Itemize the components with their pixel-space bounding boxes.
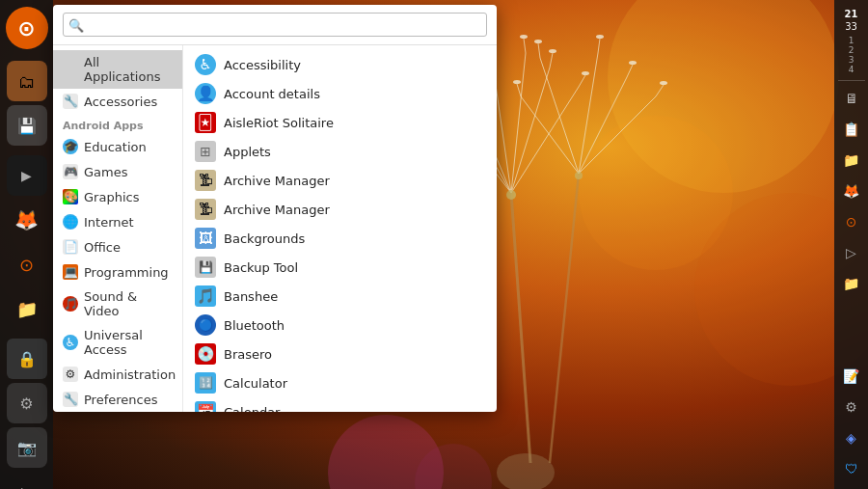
folder-taskbar-icon[interactable]: 📁: [7, 288, 47, 329]
day-2: 2: [849, 45, 854, 55]
categories-panel: All Applications 🔧 Accessories Android A…: [53, 45, 183, 412]
r-ubuntu-icon[interactable]: ⊙: [838, 208, 865, 235]
backup-app-icon: 💾: [195, 257, 216, 278]
app-archive-manager[interactable]: 🗜 Archive Manager: [183, 166, 497, 195]
r-monitor-icon[interactable]: 🖥: [838, 85, 865, 112]
clock-hour: 21: [845, 8, 858, 20]
access-icon: ♿: [63, 335, 78, 350]
programming-icon: 💻: [63, 264, 78, 280]
aisle-app-icon: 🃏: [195, 112, 216, 133]
svg-point-32: [549, 49, 556, 53]
category-programming[interactable]: 💻 Programming: [53, 259, 182, 285]
app-backgrounds[interactable]: 🖼 Backgrounds: [183, 224, 497, 253]
search-icon: 🔍: [68, 17, 84, 32]
category-graphics[interactable]: 🎨 Graphics: [53, 184, 182, 209]
app-brasero[interactable]: 💿 Brasero: [183, 340, 497, 368]
app-archive-manager2[interactable]: 🗜 Archive Manager: [183, 195, 497, 224]
internet-icon: 🌐: [63, 214, 78, 230]
svg-point-39: [660, 81, 667, 85]
svg-point-36: [534, 40, 542, 43]
app-account[interactable]: 👤 Account details: [183, 79, 497, 108]
firefox-taskbar-icon[interactable]: 🦊: [7, 200, 47, 240]
lock-taskbar-icon[interactable]: 🔒: [7, 339, 47, 379]
app-menu: 🔍 All Applications 🔧 Accessories Android…: [53, 5, 497, 412]
svg-line-27: [521, 96, 579, 174]
accessibility-app-icon: ♿: [195, 54, 216, 75]
bfb-icon[interactable]: ⊙: [6, 7, 48, 49]
storage-taskbar-icon[interactable]: 💾: [7, 105, 47, 146]
svg-point-37: [596, 35, 604, 39]
play-taskbar-icon[interactable]: ▶: [7, 472, 47, 489]
svg-line-3: [511, 193, 530, 463]
education-icon: 🎓: [63, 139, 78, 154]
search-bar: 🔍: [53, 5, 497, 45]
app-banshee[interactable]: 🎵 Banshee: [183, 282, 497, 311]
r-folder2-icon[interactable]: 📁: [838, 270, 865, 297]
category-all[interactable]: All Applications: [53, 50, 182, 89]
apps-panel: ♿ Accessibility 👤 Account details 🃏 Aisl…: [183, 45, 497, 412]
day-3: 3: [849, 55, 854, 65]
category-prefs[interactable]: 🔧 Preferences: [53, 387, 182, 412]
archive-app-icon: 🗜: [195, 170, 216, 191]
app-accessibility[interactable]: ♿ Accessibility: [183, 50, 497, 79]
day-1: 1: [849, 36, 854, 45]
banshee-app-icon: 🎵: [195, 285, 216, 307]
category-sound[interactable]: 🎵 Sound & Video: [53, 285, 182, 323]
app-applets[interactable]: ⊞ Applets: [183, 137, 497, 166]
svg-line-11: [511, 68, 550, 193]
svg-line-20: [538, 43, 540, 58]
category-games[interactable]: 🎮 Games: [53, 159, 182, 184]
settings-taskbar-icon[interactable]: ⚙: [7, 383, 47, 423]
svg-line-28: [517, 84, 521, 96]
app-calculator[interactable]: 🔢 Calculator: [183, 368, 497, 397]
category-office[interactable]: 📄 Office: [53, 234, 182, 259]
r-shield-icon[interactable]: 🛡: [838, 455, 865, 482]
calculator-app-icon: 🔢: [195, 372, 216, 394]
search-input[interactable]: [63, 13, 487, 37]
ubuntu-software-icon[interactable]: ⊙: [7, 244, 47, 285]
svg-point-38: [629, 61, 637, 65]
terminal-taskbar-icon[interactable]: ▶: [7, 155, 47, 196]
category-access[interactable]: ♿ Universal Access: [53, 323, 182, 362]
category-internet[interactable]: 🌐 Internet: [53, 209, 182, 234]
r-arrow-icon[interactable]: ▷: [838, 239, 865, 266]
account-app-icon: 👤: [195, 83, 216, 104]
app-calendar[interactable]: 📅 Calendar: [183, 397, 497, 412]
left-taskbar: ⊙ 🗂 💾 ▶ 🦊 ⊙ 📁 🔒 ⚙ 📷 ▶ 👤 📶: [0, 0, 53, 489]
clock-minute: 33: [845, 20, 858, 33]
r-bluetooth-icon[interactable]: ◈: [838, 424, 865, 451]
app-backup[interactable]: 💾 Backup Tool: [183, 253, 497, 282]
svg-point-45: [497, 453, 555, 489]
svg-line-9: [511, 53, 526, 193]
files-taskbar-icon[interactable]: 🗂: [7, 61, 47, 101]
accessories-icon: 🔧: [63, 94, 78, 109]
day-4: 4: [849, 65, 854, 74]
r-note-icon[interactable]: 📝: [838, 363, 865, 390]
graphics-icon: 🎨: [63, 189, 78, 204]
menu-body: All Applications 🔧 Accessories Android A…: [53, 45, 497, 412]
svg-point-42: [575, 172, 583, 179]
admin-icon: ⚙: [63, 367, 78, 382]
svg-line-22: [598, 39, 600, 53]
camera-taskbar-icon[interactable]: 📷: [7, 427, 47, 468]
svg-point-33: [582, 71, 589, 75]
app-bluetooth[interactable]: 🔵 Bluetooth: [183, 311, 497, 340]
svg-point-31: [520, 35, 528, 39]
svg-line-10: [524, 39, 526, 53]
svg-line-12: [550, 53, 553, 68]
r-firefox-icon[interactable]: 🦊: [838, 177, 865, 204]
r-folder-icon[interactable]: 📁: [838, 147, 865, 174]
svg-line-19: [540, 58, 579, 174]
category-education[interactable]: 🎓 Education: [53, 134, 182, 159]
svg-line-13: [511, 87, 579, 193]
category-admin[interactable]: ⚙ Administration: [53, 362, 182, 387]
app-aisle[interactable]: 🃏 AisleRiot Solitaire: [183, 108, 497, 137]
r-clipboard-icon[interactable]: 📋: [838, 116, 865, 143]
all-icon: [63, 62, 78, 77]
category-accessories[interactable]: 🔧 Accessories: [53, 89, 182, 114]
archive2-app-icon: 🗜: [195, 199, 216, 220]
r-gear-icon[interactable]: ⚙: [838, 394, 865, 421]
games-icon: 🎮: [63, 164, 78, 179]
office-icon: 📄: [63, 239, 78, 255]
right-taskbar: 21 33 1 2 3 4 🖥 📋 📁 🦊 ⊙ ▷ 📁 📝 ⚙ ◈ 🛡: [834, 0, 868, 489]
